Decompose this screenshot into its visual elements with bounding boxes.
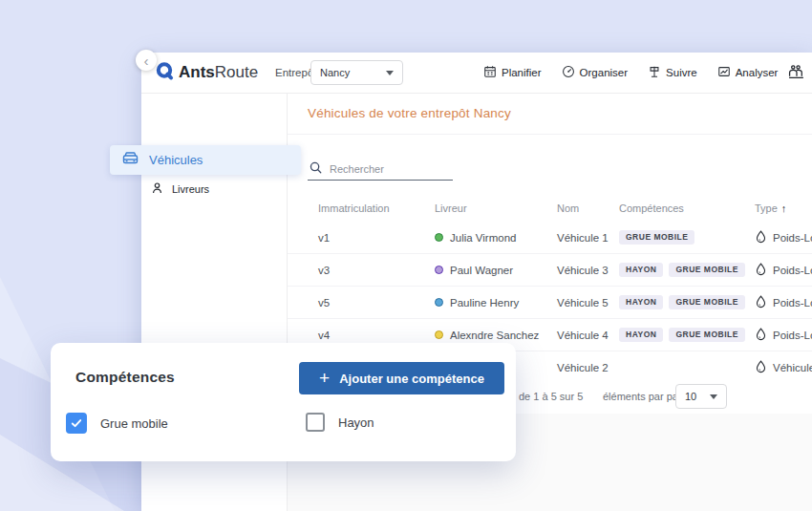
- livreur-name: Pauline Henry: [450, 297, 519, 309]
- type-label: Véhicule: [773, 362, 812, 373]
- competence-option-label: Hayon: [338, 415, 374, 430]
- warehouse-select[interactable]: Nancy: [310, 60, 403, 85]
- livreur-status-dot: [435, 330, 443, 339]
- livreur-name: Alexndre Sanchez: [450, 330, 539, 341]
- signpost-icon: [648, 65, 661, 80]
- livreur-status-dot: [435, 233, 443, 242]
- sort-asc-icon: ↑: [781, 202, 787, 214]
- add-competence-button[interactable]: + Ajouter une compétence: [299, 362, 504, 394]
- table-row[interactable]: v1Julia VirmondVéhicule 1GRUE MOBILEPoid…: [288, 222, 812, 254]
- fleet-icon[interactable]: [788, 64, 805, 80]
- competence-badge: HAYON: [619, 328, 663, 342]
- antsroute-logo[interactable]: AntsRoute: [155, 53, 258, 93]
- column-header-livreur[interactable]: Livreur: [435, 202, 467, 214]
- type-label: Poids-Lourd: [773, 265, 812, 276]
- competence-badge: GRUE MOBILE: [619, 230, 694, 245]
- droplet-icon: [755, 295, 767, 310]
- warehouse-select-value: Nancy: [320, 67, 350, 78]
- per-page-value: 10: [685, 391, 696, 402]
- main-menu: PlanifierOrganiserSuivreAnalyser: [483, 53, 778, 93]
- menu-item-label: Organiser: [580, 67, 629, 78]
- cell-livreur: Paul Wagner: [435, 254, 513, 286]
- app-header: AntsRoute Entrepôt Nancy PlanifierOrgani…: [141, 53, 812, 94]
- search-field[interactable]: Rechercher: [308, 156, 453, 181]
- chevron-down-icon: [710, 394, 717, 399]
- droplet-icon: [755, 328, 767, 343]
- pagination-range: de 1 à 5 sur 5: [519, 391, 583, 402]
- column-header-compétences[interactable]: Compétences: [619, 202, 684, 214]
- add-competence-label: Ajouter une compétence: [339, 372, 484, 386]
- cell-immatriculation: v5: [318, 287, 330, 318]
- sidebar-item-label: Livreurs: [172, 183, 209, 195]
- competence-option-grue-mobile[interactable]: Grue mobile: [66, 413, 168, 434]
- cell-competences: HAYONGRUE MOBILE: [619, 319, 745, 351]
- cell-nom: Véhicule 4: [557, 319, 609, 351]
- competence-badge: GRUE MOBILE: [669, 295, 744, 309]
- column-header-immatriculation[interactable]: Immatriculation: [318, 202, 390, 214]
- sidebar-item-vehicules[interactable]: Véhicules: [110, 145, 301, 175]
- livreur-name: Julia Virmond: [450, 232, 516, 244]
- sidebar-item-livreurs[interactable]: Livreurs: [151, 181, 209, 198]
- table-row[interactable]: v3Paul WagnerVéhicule 3HAYONGRUE MOBILEP…: [288, 254, 812, 287]
- gauge-icon: [562, 65, 575, 80]
- menu-item-label: Analyser: [736, 67, 779, 78]
- calendar-icon: [483, 65, 497, 80]
- competence-badge: GRUE MOBILE: [669, 263, 744, 277]
- droplet-icon: [755, 230, 767, 245]
- cell-type: Poids-Lourd: [755, 319, 812, 351]
- column-header-type[interactable]: Type↑: [755, 202, 786, 214]
- livreur-name: Paul Wagner: [450, 265, 513, 276]
- cell-livreur: Julia Virmond: [435, 222, 516, 253]
- cell-type: Poids-Lourd: [755, 254, 812, 286]
- type-label: Poids-Lourd: [773, 297, 812, 309]
- table-row[interactable]: v5Pauline HenryVéhicule 5HAYONGRUE MOBIL…: [288, 287, 812, 319]
- search-placeholder: Rechercher: [330, 163, 384, 175]
- menu-item-suivre[interactable]: Suivre: [648, 65, 697, 80]
- column-header-nom[interactable]: Nom: [557, 202, 579, 214]
- logo-text: AntsRoute: [179, 63, 258, 82]
- cell-livreur: Pauline Henry: [435, 287, 519, 318]
- cell-competences: HAYONGRUE MOBILE: [619, 287, 745, 318]
- per-page-select[interactable]: 10: [675, 384, 727, 409]
- page: AntsRoute Entrepôt Nancy PlanifierOrgani…: [0, 0, 812, 511]
- menu-item-organiser[interactable]: Organiser: [562, 65, 629, 80]
- menu-item-planifier[interactable]: Planifier: [483, 65, 542, 80]
- cell-nom: Véhicule 5: [557, 287, 609, 318]
- cell-nom: Véhicule 3: [557, 254, 609, 286]
- menu-item-analyser[interactable]: Analyser: [717, 65, 779, 80]
- cell-nom: Véhicule 1: [557, 222, 609, 253]
- chevron-down-icon: [386, 71, 394, 75]
- livreur-status-dot: [435, 266, 443, 274]
- type-label: Poids-Lourd: [773, 232, 812, 244]
- livreur-status-dot: [435, 298, 443, 307]
- droplet-icon: [755, 263, 767, 278]
- back-button[interactable]: ‹: [136, 50, 157, 71]
- person-icon: [151, 181, 163, 197]
- cell-immatriculation: v3: [318, 254, 330, 286]
- competences-modal: Compétences + Ajouter une compétence Gru…: [51, 343, 516, 461]
- table-header: ImmatriculationLivreurNomCompétencesType…: [288, 194, 812, 223]
- title-divider: [288, 134, 812, 135]
- search-icon: [309, 160, 323, 175]
- competence-option-label: Grue mobile: [100, 416, 168, 431]
- cell-type: Poids-Lourd: [755, 287, 812, 318]
- cell-type: Poids-Lourd: [755, 222, 812, 253]
- competence-badge: HAYON: [619, 295, 663, 309]
- competence-badge: HAYON: [619, 263, 663, 277]
- checkbox-unchecked[interactable]: [306, 413, 325, 432]
- van-icon: [121, 151, 139, 169]
- droplet-icon: [755, 360, 767, 375]
- chart-icon: [717, 65, 731, 80]
- competence-option-hayon[interactable]: Hayon: [306, 413, 374, 432]
- sidebar-item-label: Véhicules: [149, 153, 203, 167]
- cell-immatriculation: v1: [318, 222, 330, 253]
- page-title: Véhicules de votre entrepôt Nancy: [308, 106, 511, 120]
- competence-badge: GRUE MOBILE: [669, 328, 744, 342]
- cell-competences: GRUE MOBILE: [619, 222, 694, 253]
- menu-item-label: Suivre: [666, 67, 697, 78]
- checkbox-checked[interactable]: [66, 413, 87, 434]
- chevron-left-icon: ‹: [144, 53, 149, 68]
- menu-item-label: Planifier: [502, 67, 542, 78]
- type-label: Poids-Lourd: [773, 330, 812, 341]
- cell-competences: HAYONGRUE MOBILE: [619, 254, 745, 286]
